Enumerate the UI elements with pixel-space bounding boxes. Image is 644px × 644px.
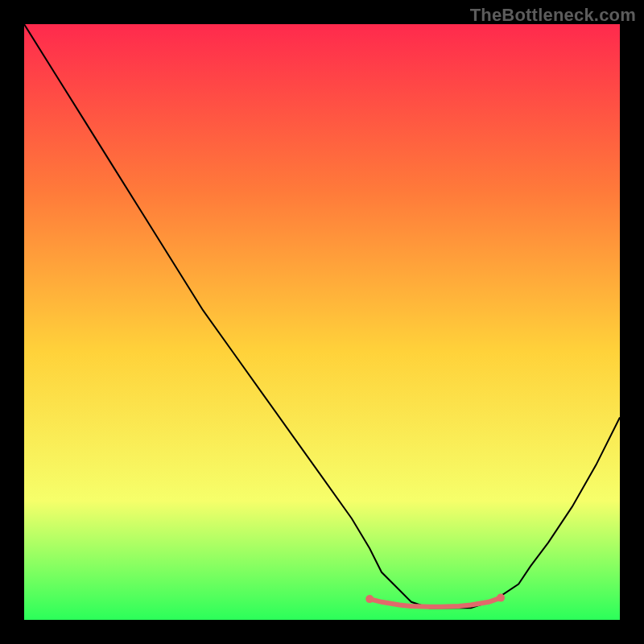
watermark-text: TheBottleneck.com [470, 5, 636, 26]
highlight-start-marker [365, 595, 374, 603]
plot-area [24, 24, 620, 620]
chart-stage: TheBottleneck.com [0, 0, 644, 644]
highlight-end-marker [497, 594, 505, 602]
gradient-background [24, 24, 620, 620]
chart-svg [24, 24, 620, 620]
